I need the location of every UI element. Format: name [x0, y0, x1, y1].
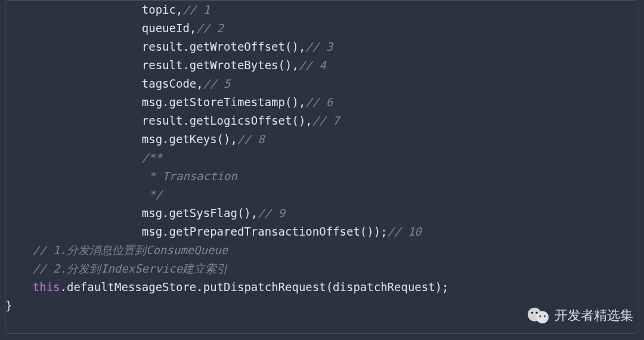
code-line: */ [5, 188, 162, 201]
code-line: msg.getKeys(),// 8 [5, 132, 265, 146]
code-line: // 2.分发到IndexService建立索引 [5, 262, 228, 275]
code-line: result.getWroteOffset(),// 3 [5, 40, 333, 53]
code-line: } [5, 299, 12, 312]
code-block: topic,// 1 queueId,// 2 result.getWroteO… [5, 0, 639, 334]
watermark: 开发者精选集 [527, 306, 633, 325]
code-line: result.getWroteBytes(),// 4 [5, 58, 326, 72]
svg-point-5 [544, 315, 546, 317]
code-line: queueId,// 2 [5, 21, 224, 35]
code-line: tagsCode,// 5 [5, 77, 231, 90]
code-line: topic,// 1 [5, 3, 210, 16]
code-line: // 1.分发消息位置到ConsumeQueue [5, 243, 228, 256]
svg-point-4 [539, 315, 541, 317]
code-line: this.defaultMessageStore.putDispatchRequ… [5, 280, 449, 293]
code-content: topic,// 1 queueId,// 2 result.getWroteO… [5, 1, 639, 315]
svg-point-2 [531, 311, 534, 314]
svg-point-3 [535, 311, 538, 314]
wechat-icon [527, 306, 550, 325]
code-line: * Transaction [5, 169, 237, 183]
code-line: msg.getStoreTimestamp(),// 6 [5, 95, 333, 109]
code-line: result.getLogicsOffset(),// 7 [5, 114, 340, 127]
code-line: msg.getSysFlag(),// 9 [5, 206, 285, 220]
svg-point-1 [536, 311, 549, 323]
code-line: msg.getPreparedTransactionOffset());// 1… [5, 225, 422, 238]
watermark-text: 开发者精选集 [555, 307, 633, 324]
code-line: /** [5, 151, 162, 164]
